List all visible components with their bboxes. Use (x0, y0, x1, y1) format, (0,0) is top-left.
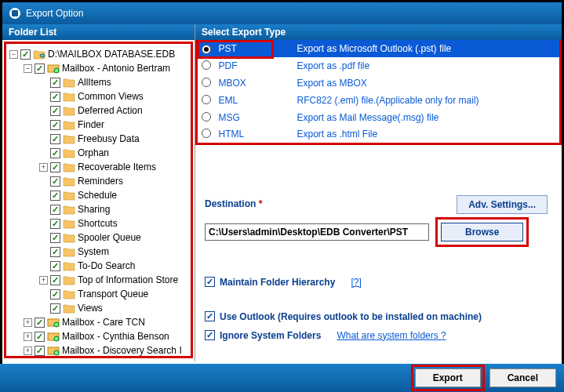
expand-icon[interactable]: + (39, 163, 48, 172)
adv-settings-button[interactable]: Adv. Settings... (457, 195, 548, 214)
tree-item[interactable]: Views (8, 301, 189, 315)
tree-item[interactable]: System (8, 245, 189, 259)
export-type-radio[interactable] (202, 78, 211, 87)
tree-item[interactable]: Freebusy Data (8, 132, 189, 146)
tree-item-label: Deferred Action (78, 105, 143, 116)
tree-mailbox[interactable]: + Mailbox - Care TCN (8, 315, 189, 329)
checkbox[interactable] (50, 191, 60, 201)
tree-item[interactable]: +Top of Information Store (8, 273, 189, 287)
folder-icon (63, 77, 75, 88)
use-outlook-row: Use Outlook (Requires outlook to be inst… (205, 311, 552, 322)
titlebar: Export Option (2, 2, 562, 24)
export-type-radio[interactable] (202, 95, 211, 104)
checkbox[interactable] (50, 120, 60, 130)
tree-item-label: Orphan (78, 147, 109, 158)
collapse-icon[interactable]: − (24, 64, 32, 73)
tree-item[interactable]: Deferred Action (8, 103, 189, 118)
tree-root-label: D:\MAILBOX DATABASE.EDB (48, 49, 175, 60)
tree-item-label: Sharing (78, 204, 110, 215)
tree-item[interactable]: Shortcuts (8, 216, 189, 230)
tree-item[interactable]: Spooler Queue (8, 230, 189, 245)
checkbox[interactable] (50, 176, 60, 187)
system-folders-help-link[interactable]: What are system folders ? (337, 330, 446, 341)
checkbox[interactable] (20, 49, 31, 60)
export-type-name: EML (216, 92, 294, 109)
export-type-row[interactable]: MSGExport as Mail Message(.msg) file (197, 109, 561, 126)
checkbox[interactable] (50, 233, 60, 243)
checkbox[interactable] (50, 134, 60, 144)
tree-item[interactable]: Finder (8, 118, 189, 132)
folder-icon (63, 119, 75, 130)
export-type-row[interactable]: PSTExport as Microsoft Outlook (.pst) fi… (197, 40, 561, 57)
checkbox[interactable] (50, 275, 60, 285)
export-type-table: PSTExport as Microsoft Outlook (.pst) fi… (195, 40, 562, 145)
checkbox[interactable] (50, 148, 60, 158)
export-type-desc: Export as .html File (294, 126, 561, 143)
export-type-radio[interactable] (202, 112, 211, 122)
checkbox[interactable] (50, 205, 60, 215)
export-type-row[interactable]: MBOXExport as MBOX (197, 74, 561, 92)
checkbox[interactable] (50, 219, 60, 229)
checkbox[interactable] (50, 303, 60, 314)
tree-item-label: Common Views (78, 91, 144, 102)
tree-item[interactable]: Orphan (8, 146, 189, 160)
destination-input[interactable] (205, 223, 429, 241)
export-button[interactable]: Export (415, 368, 481, 387)
maintain-hierarchy-checkbox[interactable] (205, 277, 215, 287)
export-type-row[interactable]: EMLRFC822 (.eml) file.(Applicable only f… (197, 92, 561, 109)
tree-item[interactable]: AllItems (8, 75, 189, 89)
folder-icon (63, 246, 75, 257)
tree-item[interactable]: Transport Queue (8, 287, 189, 301)
tree-item-label: Schedule (78, 190, 117, 201)
expand-icon[interactable]: + (24, 332, 32, 341)
checkbox[interactable] (35, 318, 45, 328)
svg-point-10 (54, 350, 59, 355)
checkbox[interactable] (50, 261, 60, 271)
tree-item[interactable]: Sharing (8, 202, 189, 216)
browse-button[interactable]: Browse (441, 223, 523, 241)
expand-icon[interactable]: + (24, 347, 32, 355)
checkbox[interactable] (50, 106, 60, 116)
folder-icon (63, 162, 75, 172)
collapse-icon[interactable]: − (9, 50, 18, 59)
tree-item-label: Mailbox - Care TCN (62, 317, 145, 328)
tree-item-label: Finder (78, 119, 104, 130)
tree-mailbox[interactable]: − Mailbox - Antonio Bertram (8, 61, 189, 75)
tree-item-label: To-Do Search (78, 260, 135, 271)
tree-item[interactable]: Common Views (8, 89, 189, 103)
export-type-name: MSG (216, 109, 294, 126)
export-type-radio[interactable] (202, 45, 211, 54)
export-type-radio[interactable] (202, 60, 211, 70)
checkbox[interactable] (50, 162, 60, 172)
expand-icon[interactable]: + (24, 318, 32, 327)
tree-mailbox[interactable]: + Mailbox - Cynthia Benson (8, 329, 189, 343)
checkbox[interactable] (35, 332, 45, 342)
expand-icon[interactable]: + (39, 276, 48, 285)
checkbox[interactable] (35, 64, 45, 74)
folder-list-panel: Folder List − D:\MAILBOX DATABASE.EDB − … (2, 24, 195, 361)
checkbox[interactable] (35, 346, 45, 356)
tree-mailbox[interactable]: + Mailbox - Discovery Search I (8, 343, 189, 358)
cancel-button[interactable]: Cancel (489, 368, 556, 387)
help-link[interactable]: [?] (351, 277, 361, 288)
tree-item[interactable]: +Recoverable Items (8, 160, 189, 174)
checkbox[interactable] (50, 247, 60, 257)
mailbox-icon (47, 317, 60, 328)
folder-icon (63, 218, 75, 229)
use-outlook-checkbox[interactable] (205, 311, 215, 321)
tree-root[interactable]: − D:\MAILBOX DATABASE.EDB (8, 47, 189, 61)
tree-item[interactable]: Schedule (8, 188, 189, 202)
folder-tree[interactable]: − D:\MAILBOX DATABASE.EDB − Mailbox - An… (4, 42, 193, 358)
export-type-row[interactable]: HTMLExport as .html File (197, 126, 561, 143)
checkbox[interactable] (50, 289, 60, 299)
tree-item-label: Freebusy Data (78, 133, 140, 144)
tree-item[interactable]: Reminders (8, 174, 189, 188)
tree-item[interactable]: To-Do Search (8, 259, 189, 273)
export-type-row[interactable]: PDFExport as .pdf file (197, 57, 561, 74)
mailbox-icon (47, 345, 60, 356)
folder-icon (63, 260, 75, 271)
export-type-radio[interactable] (202, 129, 211, 138)
checkbox[interactable] (50, 92, 60, 102)
ignore-folders-checkbox[interactable] (205, 330, 215, 340)
checkbox[interactable] (50, 78, 60, 88)
